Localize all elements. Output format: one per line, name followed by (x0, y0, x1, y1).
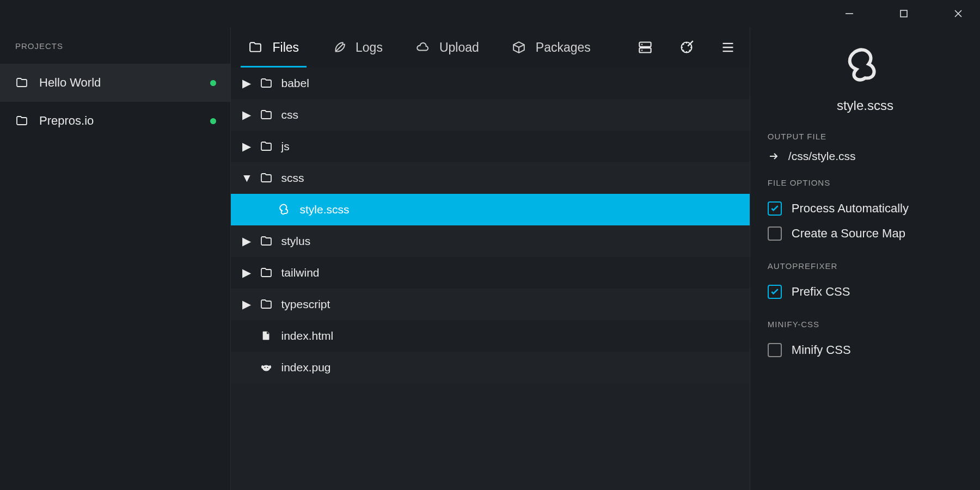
checkbox-unchecked-icon (768, 343, 782, 357)
project-item[interactable]: Prepros.io (0, 102, 230, 140)
file-row-folder[interactable]: ▶ stylus (231, 225, 749, 257)
section-output-file: OUTPUT FILE (768, 132, 963, 141)
window-maximize-button[interactable] (893, 3, 915, 24)
chevron-right-icon: ▶ (242, 235, 252, 248)
tab-upload[interactable]: Upload (408, 27, 487, 68)
folder-icon (260, 172, 272, 184)
wand-icon (679, 40, 694, 54)
package-icon (512, 41, 526, 54)
folder-icon (260, 235, 272, 247)
file-name: scss (281, 171, 304, 185)
server-button[interactable] (633, 35, 657, 59)
minimize-icon (845, 9, 854, 18)
cloud-icon (415, 41, 430, 54)
menu-icon (720, 40, 736, 54)
chevron-down-icon: ▼ (242, 171, 252, 185)
projects-header: PROJECTS (0, 27, 230, 64)
option-label: Prefix CSS (792, 285, 850, 299)
file-name: typescript (281, 298, 330, 311)
tab-label: Packages (536, 40, 591, 55)
file-type-icon (768, 47, 963, 85)
file-name: css (281, 108, 298, 121)
chevron-right-icon: ▶ (242, 266, 252, 279)
pug-icon (260, 362, 272, 373)
folder-icon (260, 140, 272, 152)
file-name: stylus (281, 235, 310, 248)
status-dot-icon (210, 80, 216, 86)
tab-label: Files (272, 40, 299, 55)
tab-files[interactable]: Files (241, 27, 307, 68)
checkbox-unchecked-icon (768, 226, 782, 241)
chevron-right-icon: ▶ (242, 140, 252, 153)
file-name: babel (281, 77, 309, 90)
option-source-map[interactable]: Create a Source Map (768, 221, 963, 246)
window-close-button[interactable] (947, 3, 969, 24)
server-icon (638, 40, 653, 54)
option-process-automatically[interactable]: Process Automatically (768, 196, 963, 221)
project-name: Hello World (39, 76, 101, 90)
option-prefix-css[interactable]: Prefix CSS (768, 279, 963, 304)
file-name: style.scss (299, 203, 349, 216)
section-minify: MINIFY-CSS (768, 320, 963, 329)
file-name: index.html (281, 329, 333, 342)
projects-sidebar: PROJECTS Hello World Prepros.io (0, 27, 231, 490)
file-row-pug[interactable]: index.pug (231, 352, 749, 383)
checkbox-checked-icon (768, 285, 782, 299)
inspector-file-name: style.scss (768, 98, 963, 113)
file-row-folder[interactable]: ▶ js (231, 131, 749, 162)
project-item[interactable]: Hello World (0, 64, 230, 102)
tab-logs[interactable]: Logs (324, 27, 390, 68)
tab-packages[interactable]: Packages (504, 27, 598, 68)
sass-icon (279, 204, 291, 216)
option-label: Minify CSS (792, 343, 851, 357)
section-autoprefixer: AUTOPREFIXER (768, 261, 963, 271)
chevron-right-icon: ▶ (242, 298, 252, 311)
chevron-right-icon: ▶ (242, 108, 252, 121)
menu-button[interactable] (716, 35, 740, 59)
main-tabs: Files Logs Upload Packages (231, 27, 749, 68)
folder-icon (260, 109, 272, 121)
file-name: js (281, 140, 289, 153)
tab-label: Logs (356, 40, 383, 55)
file-row-folder[interactable]: ▶ babel (231, 68, 749, 99)
option-minify-css[interactable]: Minify CSS (768, 338, 963, 363)
feather-icon (332, 41, 346, 54)
checkbox-checked-icon (768, 201, 782, 216)
option-label: Process Automatically (792, 201, 909, 216)
option-label: Create a Source Map (792, 226, 905, 241)
folder-icon (260, 267, 272, 279)
status-dot-icon (210, 118, 216, 124)
svg-rect-10 (901, 10, 907, 17)
output-path-row[interactable]: /css/style.css (768, 150, 963, 163)
file-name: index.pug (281, 361, 330, 374)
wand-button[interactable] (675, 35, 699, 59)
chevron-right-icon: ▶ (242, 77, 252, 90)
window-minimize-button[interactable] (838, 3, 860, 24)
folder-icon (248, 41, 262, 54)
folder-icon (260, 77, 272, 89)
file-icon (261, 330, 272, 341)
sass-icon (846, 47, 884, 85)
section-file-options: FILE OPTIONS (768, 178, 963, 187)
file-name: tailwind (281, 266, 319, 279)
project-name: Prepros.io (39, 114, 94, 128)
close-icon (954, 9, 963, 18)
folder-icon (260, 298, 272, 310)
file-row-folder[interactable]: ▼ scss (231, 162, 749, 194)
file-row-folder[interactable]: ▶ css (231, 99, 749, 131)
output-path: /css/style.css (788, 150, 856, 163)
main-panel: Files Logs Upload Packages (231, 27, 749, 490)
inspector-panel: style.scss OUTPUT FILE /css/style.css FI… (750, 27, 980, 490)
folder-icon (15, 115, 28, 127)
folder-icon (15, 77, 28, 89)
file-row-folder[interactable]: ▶ tailwind (231, 257, 749, 289)
arrow-right-icon (768, 150, 780, 162)
window-titlebar (0, 0, 980, 27)
file-list: ▶ babel ▶ css ▶ js ▼ scss (231, 68, 749, 490)
file-row-sass[interactable]: style.scss (231, 194, 749, 225)
tab-label: Upload (439, 40, 479, 55)
maximize-icon (900, 10, 908, 17)
file-row-file[interactable]: index.html (231, 320, 749, 352)
file-row-folder[interactable]: ▶ typescript (231, 289, 749, 320)
